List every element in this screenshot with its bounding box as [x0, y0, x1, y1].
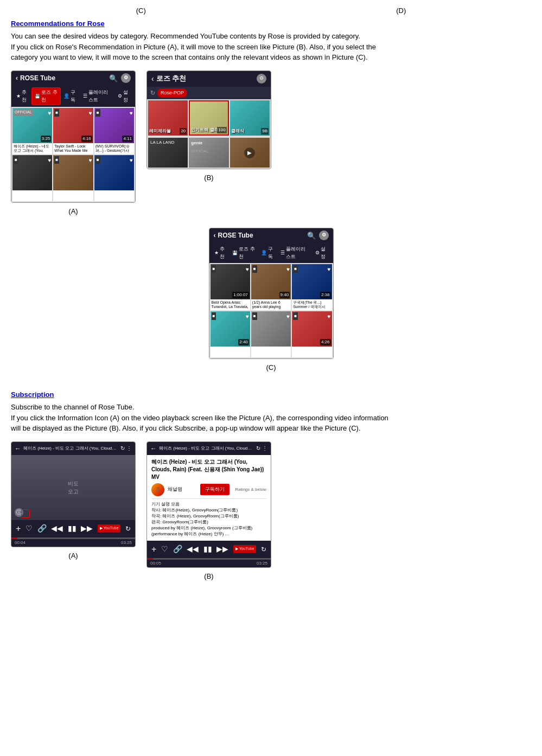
search-icon[interactable]: 🔍: [109, 73, 118, 84]
bookmark-icon-2[interactable]: ■: [54, 109, 59, 117]
search-icon-c[interactable]: 🔍: [307, 230, 316, 241]
c-heart-4[interactable]: ♥: [246, 312, 249, 321]
refresh-icon-pb[interactable]: ↻: [256, 444, 260, 452]
c-heart-2[interactable]: ♥: [286, 265, 290, 273]
back-icon-b[interactable]: ‹: [151, 73, 154, 85]
nav-c-recommend[interactable]: ★ 추천: [212, 245, 230, 261]
playback-b-controls: + ♡ 🔗 ◀◀ ▮▮ ▶▶ ▶ YouTube ↻: [147, 541, 271, 558]
c-video-1[interactable]: ■ ♥ 1:00:07 Best Opera Arias: Turandot, …: [211, 264, 250, 310]
cat-count-3: 9B: [261, 128, 269, 134]
pause-icon-pb[interactable]: ▮▮: [203, 543, 212, 555]
back-icon[interactable]: ‹: [16, 73, 18, 83]
heart-icon-2[interactable]: ♥: [89, 109, 92, 117]
c-heart-1[interactable]: ♥: [246, 265, 249, 273]
cat-bottom-3[interactable]: ▶: [230, 138, 270, 168]
c-heart-5[interactable]: ♥: [286, 312, 290, 321]
c-video-4[interactable]: ■ ♥ 2:40: [211, 311, 250, 357]
subscribe-button[interactable]: 구독하기: [200, 484, 229, 495]
settings-circle-icon[interactable]: ⚙: [121, 73, 131, 83]
c-bookmark-6[interactable]: ■: [293, 312, 298, 320]
label-d: (D): [396, 5, 406, 16]
share-icon-pa[interactable]: 🔗: [37, 523, 47, 534]
video-item-3[interactable]: ■ ♥ 4:11 (MV) SURVIVOR(슈퍼...) - Gesture(…: [94, 108, 134, 154]
nav-subscribe[interactable]: 👤 구독: [61, 87, 80, 105]
heart-icon-5[interactable]: ♥: [89, 156, 92, 164]
c-video-5[interactable]: ■ ♥: [251, 311, 291, 357]
cat-bottom-1[interactable]: LA LA LAND: [148, 138, 188, 168]
heart-icon-3[interactable]: ♥: [130, 109, 133, 117]
back-icon-c[interactable]: ‹: [214, 230, 216, 240]
settings-circle-icon-c[interactable]: ⚙: [319, 230, 329, 240]
nav-c-rose[interactable]: 💾 로즈 추천: [229, 245, 258, 261]
cat-thumb-1[interactable]: 레미제라블 20: [148, 100, 188, 136]
settings-circle-icon-b[interactable]: ⚙: [257, 74, 266, 84]
time-row-a: 00:04 03:25: [11, 539, 135, 547]
c-video-2[interactable]: ■ ♥ 9:40 (1/2) Anna Lee 6 years old play…: [251, 264, 291, 310]
add-icon-pa[interactable]: +: [16, 522, 21, 535]
video-item-6[interactable]: ■ ♥: [94, 155, 134, 201]
video-background-a: 비도오고: [11, 455, 135, 520]
video-title-5: [53, 190, 93, 201]
share-icon-pb[interactable]: 🔗: [173, 543, 182, 555]
bookmark-icon-6[interactable]: ■: [95, 156, 100, 164]
bookmark-icon-4[interactable]: ■: [14, 156, 18, 164]
c-title-1: Best Opera Arias: Turandot, La Traviata,…: [211, 299, 250, 310]
category-chip-pop[interactable]: Rose-POP: [157, 88, 187, 98]
bookmark-icon-5[interactable]: ■: [54, 156, 59, 164]
prev-icon-pa[interactable]: ◀◀: [51, 523, 63, 534]
video-item-5[interactable]: ■ ♥: [53, 155, 93, 201]
prev-icon-pb[interactable]: ◀◀: [187, 543, 199, 555]
c-bookmark-1[interactable]: ■: [212, 265, 216, 273]
nav-recommend[interactable]: ★ 추천: [14, 87, 31, 105]
video-title-1: 헤이즈 (Heize) - 네도 오고 그래서 (You, Clouds, Ra…: [12, 143, 52, 154]
app-a-video-grid: OFFICIAL ♥ 3:25 헤이즈 (Heize) - 네도 오고 그래서 …: [11, 107, 135, 202]
cat-thumb-3[interactable]: 클래식 9B: [230, 100, 270, 136]
playback-a-header: ← 헤이즈 (Heize) - 비도 오고 그래서 (You, Clouds, …: [11, 442, 135, 455]
nav-c-settings[interactable]: ⚙ 설정: [313, 245, 331, 261]
c-heart-3[interactable]: ♥: [328, 265, 331, 273]
c-video-6[interactable]: ■ ♥ 4:26: [292, 311, 331, 357]
c-video-3[interactable]: ■ ♥ 2:38 구국제(The 국...) Summer / 국재이시 오..…: [292, 264, 331, 310]
heart-icon-4[interactable]: ♥: [48, 156, 51, 164]
nav-settings[interactable]: ⚙ 설정: [115, 87, 133, 105]
progress-container-a: 00:04 03:25: [11, 537, 135, 547]
heart-icon-pb[interactable]: ♡: [161, 543, 168, 555]
nav-c-playlist[interactable]: ☰ 플레이리스트: [278, 245, 313, 261]
youtube-btn-pa[interactable]: ▶ YouTube: [98, 524, 120, 533]
pause-icon-pa[interactable]: ▮▮: [68, 523, 76, 534]
c-heart-6[interactable]: ♥: [328, 312, 331, 321]
heart-icon-1[interactable]: ♥: [48, 109, 51, 117]
more-icon-pb[interactable]: ⋮: [262, 444, 267, 452]
refresh-icon-b[interactable]: ↻: [150, 88, 155, 98]
playback-a-title: 헤이즈 (Heize) - 비도 오고 그래서 (You, Clouds, Ra…: [23, 445, 118, 452]
app-c-video-grid: ■ ♥ 1:00:07 Best Opera Arias: Turandot, …: [209, 263, 333, 358]
refresh-icon-pa[interactable]: ↻: [120, 444, 125, 452]
next-icon-pb[interactable]: ▶▶: [216, 543, 228, 555]
repeat-icon-pa[interactable]: ↻: [125, 524, 131, 534]
info-video-title: 헤이즈 (Heize) - 비도 오고 그래서 (You, Clouds, Ra…: [151, 458, 266, 481]
back-icon-pa[interactable]: ←: [15, 444, 21, 453]
back-icon-pb[interactable]: ←: [150, 444, 157, 453]
nav-playlist[interactable]: ☰ 플레이리스트: [80, 87, 114, 105]
bookmark-icon-3[interactable]: ■: [95, 109, 100, 117]
youtube-btn-pb[interactable]: ▶ YouTube: [233, 545, 256, 553]
more-icon-pa[interactable]: ⋮: [126, 444, 132, 452]
add-icon-pb[interactable]: +: [151, 543, 156, 556]
video-item-1[interactable]: OFFICIAL ♥ 3:25 헤이즈 (Heize) - 네도 오고 그래서 …: [12, 108, 52, 154]
next-icon-pa[interactable]: ▶▶: [81, 523, 93, 534]
c-bookmark-5[interactable]: ■: [252, 312, 257, 320]
c-bookmark-2[interactable]: ■: [252, 265, 257, 273]
c-bookmark-3[interactable]: ■: [293, 265, 298, 273]
heart-icon-pa[interactable]: ♡: [25, 523, 33, 534]
heart-icon-6[interactable]: ♥: [130, 156, 133, 164]
info-line-3: 작곡: 헤이즈 (Heize), GroovyRoom(그루비룸): [151, 513, 266, 519]
video-item-2[interactable]: ■ ♥ 4:16 Taylor Swift - Look What You Ma…: [53, 108, 93, 154]
video-item-4[interactable]: ■ ♥: [12, 155, 52, 201]
cat-bottom-2[interactable]: genie OFFICIAL: [189, 138, 228, 168]
app-c-header: ‹ ROSE Tube 🔍 ⚙: [209, 228, 333, 244]
repeat-icon-pb[interactable]: ↻: [261, 544, 266, 554]
c-bookmark-4[interactable]: ■: [212, 312, 216, 320]
cat-thumb-2[interactable]: 인기트랙 클래식 100: [189, 100, 228, 136]
nav-c-subscribe[interactable]: 👤 구독: [258, 245, 278, 261]
nav-rose-recommend[interactable]: 💾 로즈 추천: [31, 87, 61, 105]
